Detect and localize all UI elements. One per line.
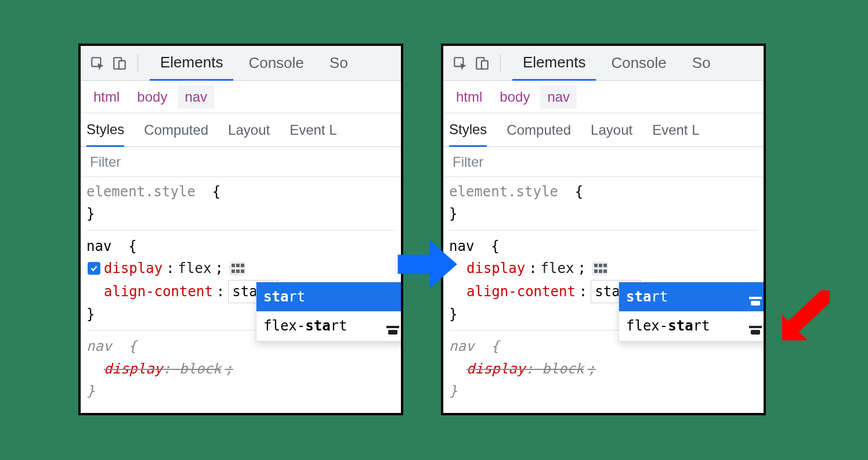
styles-rules: element.style { } nav { display: flex; a…	[443, 177, 764, 415]
subtab-layout[interactable]: Layout	[591, 113, 632, 146]
rule-nav-inherited[interactable]: nav { display: block; }	[86, 335, 395, 407]
dom-breadcrumb: html body nav	[81, 81, 401, 113]
autocomplete-option-start[interactable]: start	[256, 282, 403, 311]
autocomplete-option-start[interactable]: start	[619, 282, 766, 311]
subtab-computed[interactable]: Computed	[144, 113, 208, 146]
selector-element-style: element.style	[86, 184, 196, 200]
autocomplete-option-flex-start[interactable]: flex-start	[256, 311, 403, 340]
tab-console[interactable]: Console	[601, 46, 677, 80]
property-value[interactable]: flex	[541, 257, 574, 279]
subtab-computed[interactable]: Computed	[507, 113, 571, 146]
svg-rect-10	[749, 326, 762, 328]
inspect-icon[interactable]	[451, 55, 469, 72]
svg-rect-3	[386, 326, 399, 328]
styles-rules: element.style { } nav { display: flex; a…	[81, 177, 401, 415]
crumb-nav[interactable]: nav	[540, 85, 577, 109]
property-value: block	[179, 361, 221, 377]
close-brace: }	[86, 206, 95, 222]
rule-nav[interactable]: nav { display: flex; align-content: star…	[86, 235, 395, 331]
transition-arrow-icon	[395, 232, 458, 296]
styles-filter-input[interactable]	[451, 153, 755, 171]
devtools-top-toolbar: Elements Console So	[81, 46, 401, 81]
subtab-event-listeners-truncated[interactable]: Event L	[652, 113, 699, 146]
toolbar-separator	[500, 55, 501, 72]
crumb-html[interactable]: html	[449, 85, 489, 109]
selector-nav-inherited: nav	[86, 338, 111, 354]
autocomplete-option-flex-start[interactable]: flex-start	[619, 311, 766, 340]
property-name[interactable]: align-content	[104, 281, 213, 303]
svg-rect-8	[749, 297, 762, 299]
subtab-layout[interactable]: Layout	[228, 113, 270, 146]
prop-display-flex[interactable]: display: flex;	[86, 257, 395, 279]
svg-rect-4	[388, 330, 397, 335]
property-name: display	[104, 361, 162, 377]
property-name[interactable]: display	[466, 257, 525, 279]
styles-subtabs: Styles Computed Layout Event L	[81, 113, 401, 147]
inspect-icon[interactable]	[89, 55, 106, 72]
prop-display-flex[interactable]: display: flex;	[449, 257, 758, 279]
prop-display-block-overridden[interactable]: display: block;	[449, 358, 758, 380]
devtools-panel-after: Elements Console So html body nav Styles…	[441, 44, 766, 415]
open-brace: {	[212, 184, 220, 200]
prop-display-block-overridden[interactable]: display: block;	[86, 358, 395, 380]
align-start-icon	[386, 321, 399, 331]
selector-element-style: element.style	[449, 184, 558, 200]
crumb-body[interactable]: body	[130, 85, 174, 109]
autocomplete-popup: start flex-start	[619, 282, 766, 342]
autocomplete-popup: start flex-start	[256, 282, 403, 342]
property-name[interactable]: display	[104, 257, 162, 279]
subtab-styles[interactable]: Styles	[86, 114, 124, 147]
align-start-icon	[749, 292, 762, 302]
align-start-icon	[749, 321, 762, 331]
property-name[interactable]: align-content	[466, 281, 576, 303]
device-toggle-icon[interactable]	[473, 55, 491, 72]
device-toggle-icon[interactable]	[111, 55, 128, 72]
devtools-top-toolbar: Elements Console So	[443, 46, 764, 81]
tab-sources-truncated[interactable]: So	[682, 46, 721, 80]
flex-editor-icon[interactable]	[592, 261, 608, 275]
svg-rect-11	[751, 330, 760, 335]
svg-rect-2	[119, 60, 125, 69]
crumb-html[interactable]: html	[86, 85, 126, 109]
styles-subtabs: Styles Computed Layout Event L	[443, 113, 764, 147]
rule-nav[interactable]: nav { display: flex; align-content: star…	[449, 235, 758, 331]
svg-rect-7	[482, 60, 488, 69]
toolbar-separator	[138, 55, 138, 72]
styles-filter-row	[443, 147, 764, 177]
rule-element-style[interactable]: element.style { }	[449, 181, 758, 231]
property-value: block	[542, 361, 584, 377]
rule-nav-inherited[interactable]: nav { display: block; }	[449, 335, 758, 407]
tab-console[interactable]: Console	[238, 46, 314, 80]
tab-elements[interactable]: Elements	[150, 46, 233, 81]
selector-nav-inherited: nav	[449, 338, 474, 354]
property-name: display	[466, 361, 525, 377]
annotation-arrow-icon	[772, 290, 830, 348]
flex-editor-icon[interactable]	[229, 261, 245, 275]
tab-sources-truncated[interactable]: So	[319, 46, 359, 80]
property-value[interactable]: flex	[178, 257, 212, 279]
crumb-nav[interactable]: nav	[178, 85, 214, 109]
tab-elements[interactable]: Elements	[512, 46, 596, 81]
subtab-event-listeners-truncated[interactable]: Event L	[290, 113, 337, 146]
selector-nav: nav	[86, 238, 111, 254]
crumb-body[interactable]: body	[493, 85, 537, 109]
subtab-styles[interactable]: Styles	[449, 114, 487, 147]
rule-element-style[interactable]: element.style { }	[86, 181, 395, 231]
devtools-panel-before: Elements Console So html body nav Styles…	[78, 44, 403, 415]
styles-filter-input[interactable]	[89, 153, 393, 171]
property-checkbox[interactable]	[88, 262, 100, 275]
dom-breadcrumb: html body nav	[443, 81, 764, 113]
styles-filter-row	[81, 147, 401, 177]
svg-rect-9	[751, 301, 760, 306]
